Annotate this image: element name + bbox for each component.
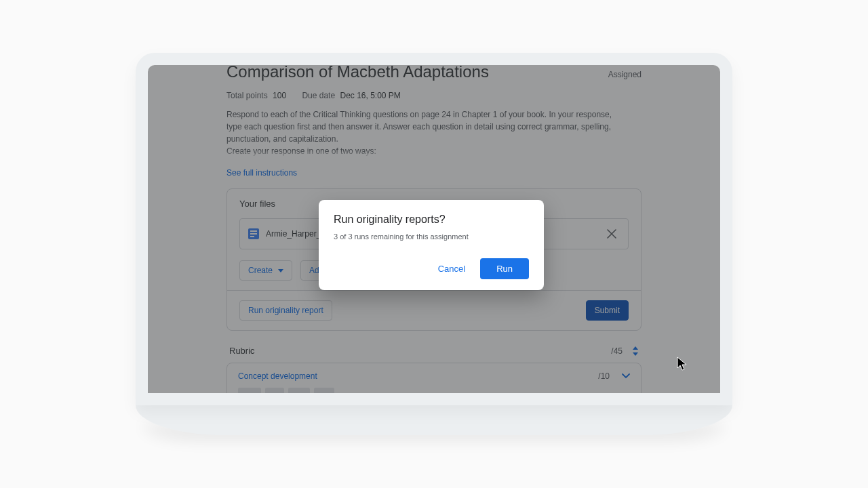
dialog-subtitle: 3 of 3 runs remaining for this assignmen… xyxy=(334,232,529,241)
dialog-title: Run originality reports? xyxy=(334,214,529,226)
laptop-base xyxy=(136,405,732,435)
run-originality-dialog: Run originality reports? 3 of 3 runs rem… xyxy=(319,200,544,290)
cancel-button[interactable]: Cancel xyxy=(431,258,472,279)
laptop-screen: Comparison of Macbeth Adaptations Assign… xyxy=(136,53,732,405)
laptop-frame: Comparison of Macbeth Adaptations Assign… xyxy=(136,53,732,435)
run-button[interactable]: Run xyxy=(480,258,529,279)
